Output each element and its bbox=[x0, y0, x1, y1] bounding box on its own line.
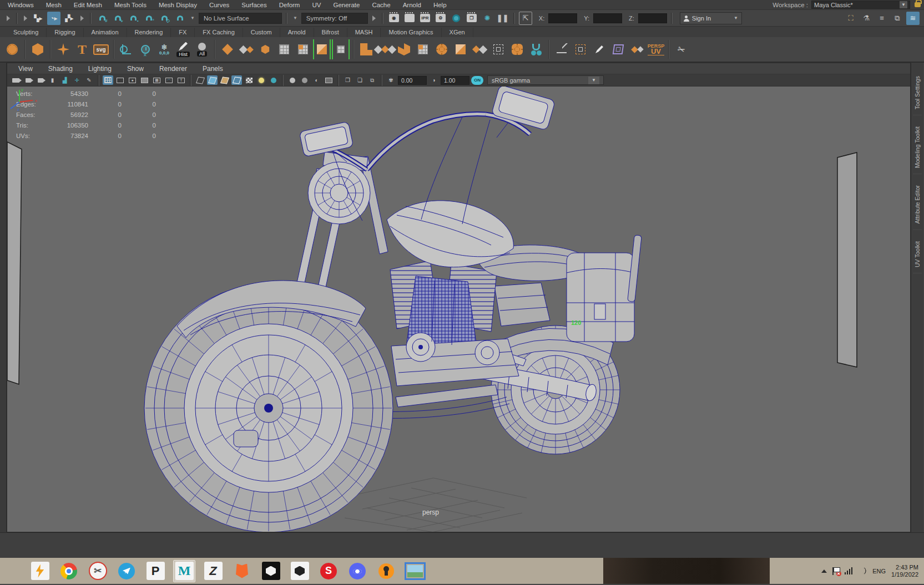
panel-menu-panels[interactable]: Panels bbox=[203, 65, 223, 73]
shelf-tab-mash[interactable]: MASH bbox=[347, 28, 381, 37]
taskbar-pureref-icon[interactable]: Ρ bbox=[144, 560, 166, 582]
poly-sphere-icon[interactable] bbox=[3, 39, 21, 59]
render-current-frame-icon[interactable] bbox=[403, 12, 416, 25]
taskbar-lightshot-icon[interactable] bbox=[404, 560, 426, 582]
symmetry-field[interactable]: Symmetry: Off bbox=[301, 13, 368, 24]
menu-mesh[interactable]: Mesh bbox=[46, 2, 62, 8]
quad-draw-icon[interactable] bbox=[489, 39, 507, 59]
shelf-tab-xgen[interactable]: XGen bbox=[442, 28, 473, 37]
panel-menu-view[interactable]: View bbox=[18, 65, 33, 73]
shelf-tab-rigging[interactable]: Rigging bbox=[47, 28, 83, 37]
menu-deform[interactable]: Deform bbox=[279, 2, 300, 8]
lattice-icon[interactable] bbox=[609, 39, 627, 59]
shelf-tab-sculpting[interactable]: Sculpting bbox=[6, 28, 47, 37]
tab-modeling-toolkit[interactable]: Modeling Toolkit bbox=[913, 121, 922, 174]
gate-mask-icon[interactable] bbox=[139, 75, 150, 85]
channel-box-toggle-icon[interactable]: ≡ bbox=[875, 12, 888, 25]
menu-generate[interactable]: Generate bbox=[333, 2, 360, 8]
persp-uv-icon[interactable]: PERSPUV bbox=[647, 39, 665, 59]
shelf-tab-rendering[interactable]: Rendering bbox=[127, 28, 171, 37]
outliner-toggle-icon[interactable]: ⧉ bbox=[891, 12, 904, 25]
hypershade-icon[interactable] bbox=[450, 12, 463, 25]
shadows-icon[interactable] bbox=[268, 75, 279, 85]
target-weld-icon[interactable] bbox=[471, 39, 488, 59]
clock[interactable]: 2:43 PM 1/19/2022 bbox=[891, 564, 918, 578]
shelf-tab-motion-graphics[interactable]: Motion Graphics bbox=[381, 28, 441, 37]
shelf-tab-custom[interactable]: Custom bbox=[243, 28, 280, 37]
taskbar-substance-icon[interactable]: S bbox=[317, 560, 340, 582]
collapse-arrow-icon[interactable] bbox=[24, 16, 27, 21]
make-live-icon[interactable]: ◇ bbox=[158, 12, 171, 25]
y-input[interactable] bbox=[593, 13, 622, 23]
menu-edit-mesh[interactable]: Edit Mesh bbox=[74, 2, 102, 8]
menu-curves[interactable]: Curves bbox=[209, 2, 229, 8]
safe-title-icon[interactable]: T bbox=[176, 75, 186, 85]
taskbar-winamp-icon[interactable] bbox=[29, 560, 51, 582]
menu-mesh-tools[interactable]: Mesh Tools bbox=[114, 2, 147, 8]
select-component-icon[interactable]: ▞▸ bbox=[63, 12, 76, 25]
grease-pencil-icon[interactable]: ✎ bbox=[84, 75, 94, 85]
xray-mode-icon[interactable] bbox=[244, 75, 254, 85]
snap-point-icon[interactable]: • bbox=[127, 12, 140, 25]
menu-windows[interactable]: Windows bbox=[8, 2, 34, 8]
colorspace-dropdown[interactable]: sRGB gamma ▼ bbox=[487, 75, 604, 85]
chevron-down-icon[interactable]: ▼ bbox=[190, 16, 195, 21]
use-all-lights-icon[interactable] bbox=[256, 75, 266, 85]
platonic-solid-icon[interactable] bbox=[29, 39, 47, 59]
taskbar-brave-icon[interactable] bbox=[231, 560, 253, 582]
open-editor-icon[interactable]: ⧉ bbox=[367, 75, 377, 85]
modeling-toolkit-toggle-icon[interactable]: ⛶ bbox=[844, 12, 857, 25]
select-hierarchy-icon[interactable]: ▚▸ bbox=[32, 12, 45, 25]
network-signal-icon[interactable] bbox=[845, 567, 853, 574]
bridge-icon[interactable] bbox=[395, 39, 413, 59]
attribute-editor-toggle-icon[interactable]: ≋ bbox=[906, 12, 920, 25]
sign-in-dropdown[interactable]: Sign In ▼ bbox=[680, 12, 742, 24]
volume-icon[interactable] bbox=[858, 568, 867, 574]
mirror-geometry-icon[interactable] bbox=[313, 39, 331, 59]
textured-mode-icon[interactable] bbox=[219, 75, 230, 85]
character-controls-toggle-icon[interactable]: ⚗ bbox=[860, 12, 873, 25]
crease-tool-icon[interactable] bbox=[527, 39, 545, 59]
taskbar-chrome-icon[interactable] bbox=[58, 560, 80, 582]
taskbar-snipping-tool-icon[interactable]: ✂ bbox=[87, 560, 109, 582]
freeze-transform-icon[interactable]: ❄0,0,0 bbox=[155, 39, 173, 59]
menu-cache[interactable]: Cache bbox=[372, 2, 390, 8]
safe-action-icon[interactable]: ◠ bbox=[164, 75, 174, 85]
tearoff-panel-icon[interactable]: ❐ bbox=[342, 75, 353, 85]
exposure-icon[interactable]: ✾ bbox=[386, 75, 396, 85]
workspace-dropdown[interactable]: Maya Classic* ▼ bbox=[811, 1, 910, 9]
light-editor-icon[interactable]: ✺ bbox=[481, 12, 494, 25]
measure-tool-icon[interactable] bbox=[118, 39, 135, 59]
isolate-select-icon[interactable] bbox=[287, 75, 297, 85]
menu-surfaces[interactable]: Surfaces bbox=[241, 2, 266, 8]
render-view-icon[interactable]: ◉ bbox=[387, 12, 401, 25]
curve-pencil-icon[interactable] bbox=[553, 39, 570, 59]
add-divisions-icon[interactable] bbox=[414, 39, 432, 59]
shelf-tab-animation[interactable]: Animation bbox=[84, 28, 127, 37]
mirror-cut-icon[interactable] bbox=[332, 39, 350, 59]
tab-tool-settings[interactable]: Tool Settings bbox=[913, 70, 922, 115]
menu-arnold[interactable]: Arnold bbox=[403, 2, 421, 8]
smooth-icon[interactable] bbox=[508, 39, 526, 59]
exposure-field[interactable]: 0.00 bbox=[398, 76, 427, 85]
workspace-lock-icon[interactable] bbox=[915, 2, 921, 7]
reduce-icon[interactable] bbox=[628, 39, 646, 59]
wireframe-on-shaded-icon[interactable] bbox=[231, 75, 242, 85]
menu-mesh-display[interactable]: Mesh Display bbox=[159, 2, 197, 8]
gamma-icon[interactable]: ◑ bbox=[428, 75, 439, 85]
tray-expand-icon[interactable] bbox=[821, 569, 827, 573]
ipr-render-icon[interactable]: IPR bbox=[418, 12, 432, 25]
chevron-down-icon[interactable]: ▼ bbox=[900, 1, 907, 8]
ambient-occlusion-icon[interactable]: ◐ bbox=[311, 75, 322, 85]
snap-grid-icon[interactable]: # bbox=[95, 12, 109, 25]
pan-zoom-icon[interactable]: ✛ bbox=[72, 75, 82, 85]
separate-icon[interactable] bbox=[238, 39, 255, 59]
svg-tool-icon[interactable]: svg bbox=[92, 39, 110, 59]
select-object-icon[interactable]: ◔▸ bbox=[47, 12, 60, 25]
image-plane-icon[interactable]: ▟ bbox=[59, 75, 70, 85]
field-chart-icon[interactable]: ▦ bbox=[152, 75, 162, 85]
chevron-down-icon[interactable]: ▼ bbox=[293, 16, 297, 21]
z-input[interactable] bbox=[638, 13, 667, 23]
anti-alias-icon[interactable] bbox=[324, 75, 334, 85]
grid-toggle-icon[interactable] bbox=[103, 75, 113, 85]
